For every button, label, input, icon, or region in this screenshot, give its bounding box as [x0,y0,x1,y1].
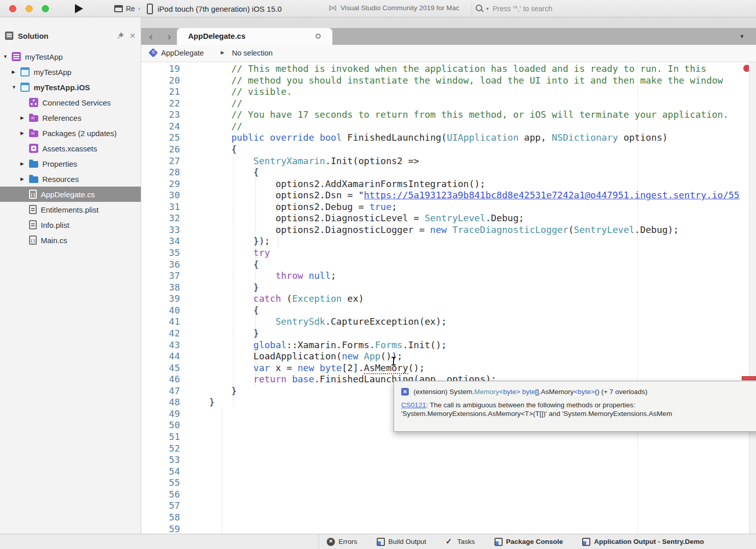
scrollbar-error-marker[interactable] [742,376,756,380]
line-number: 57 [141,500,180,512]
code-line: 20 // method you should instantiate the … [141,75,756,87]
line-number: 44 [141,351,180,362]
line-code: try [187,247,270,259]
tree-item[interactable]: AppDelegate.cs [0,187,141,202]
search-icon [475,4,484,13]
minimize-window-button[interactable] [25,5,33,12]
line-number: 50 [141,420,180,431]
line-code: } [187,282,259,294]
code-line: 52 [141,443,756,455]
tree-item-icon [20,83,30,92]
line-code: } [187,328,259,339]
expander-arrow-icon[interactable]: ▶ [20,161,29,166]
expander-arrow-icon[interactable]: ▶ [20,130,29,136]
pad-button[interactable]: Errors [327,538,357,546]
tree-item-icon [20,67,30,76]
tab-list-dropdown[interactable]: ▼ [739,28,745,45]
line-code: // You have 17 seconds to return from th… [187,109,728,121]
device-selector[interactable]: iPod touch (7th generation) iOS 15.0 [147,3,282,15]
tab-modified-indicator [316,34,321,39]
line-code: SentryXamarin.Init(options2 => [187,155,419,167]
tree-item-label: Entitlements.plist [41,205,98,214]
tree-item-icon [29,130,38,137]
tab-strip: ‹ › AppDelegate.cs ▼ [141,17,756,45]
line-code: options2.AddXamarinFormsIntegration(); [187,178,485,190]
code-line: 44 LoadApplication(new App()); [141,351,756,362]
line-number: 46 [141,374,180,385]
device-label: iPod touch (7th generation) iOS 15.0 [158,5,282,13]
line-number: 20 [141,75,180,87]
tree-item[interactable]: Assets.xcassets [0,141,141,156]
code-line: 55 [141,477,756,489]
close-icon[interactable]: ✕ [129,32,136,40]
tree-item[interactable]: ▶ Properties [0,156,141,171]
line-number: 23 [141,109,180,121]
code-line: 37 throw null; [141,270,756,282]
line-number: 36 [141,259,180,271]
navigate-back-button[interactable]: ‹ [143,28,159,45]
maximize-window-button[interactable] [42,5,49,12]
tree-item[interactable]: ▶ myTestApp [0,64,141,80]
tree-item-icon [29,115,38,122]
line-code: options2.Dsn = "https://5a193123a9b841bc… [187,190,740,201]
pad-button[interactable]: Tasks [446,538,475,546]
build-configuration-selector[interactable]: Re › [114,3,140,14]
code-line: 58 [141,512,756,524]
line-number: 55 [141,477,180,489]
pad-button[interactable]: Build Output [377,538,426,546]
line-number: 19 [141,63,180,75]
tree-item-label: References [42,114,82,122]
tree-item[interactable]: Connected Services [0,95,141,110]
close-window-button[interactable] [9,5,16,12]
tree-item-icon [12,52,21,61]
code-line: 41 SentrySdk.CaptureException(ex); [141,316,756,328]
line-number: 41 [141,316,180,328]
tree-item-label: AppDelegate.cs [41,190,95,199]
chevron-right-icon: › [138,5,140,12]
breadcrumb-selection[interactable]: No selection [232,49,273,57]
expander-arrow-icon[interactable]: ▼ [3,54,12,59]
pad-button[interactable]: Application Output - Sentry.Demo [582,538,704,546]
expander-arrow-icon[interactable]: ▶ [20,176,29,181]
solution-pad: Solution ✕ ▼ myTestApp ▶ myTestApp ▼ myT… [0,17,141,534]
breadcrumb: AppDelegate ▶ No selection [141,45,756,62]
statusbar-items: Errors Build Output Tasks Package Consol… [327,534,704,549]
divider [319,534,319,549]
pin-icon[interactable] [116,32,124,40]
line-number: 32 [141,213,180,224]
tree-item[interactable]: ▼ myTestApp [0,49,141,64]
tree-item-icon [29,161,38,168]
tree-item[interactable]: Info.plist [0,217,141,232]
tree-item-label: Packages (2 updates) [42,129,117,138]
tooltip-signature-row: ✕ (extension) System.Memory<byte> byte[]… [401,388,753,396]
tree-item[interactable]: ▼ myTestApp.iOS [0,80,141,95]
code-line: 31 options2.Debug = true; [141,201,756,213]
expander-arrow-icon[interactable]: ▶ [20,115,29,120]
editor-scrollbar[interactable] [749,62,756,534]
tree-item-icon [29,190,37,199]
code-line: 28 { [141,167,756,178]
code-editor[interactable]: 19 // This method is invoked when the ap… [141,62,756,534]
tree-item[interactable]: Entitlements.plist [0,202,141,217]
app-title: Visual Studio Community 2019 for Mac [341,4,459,12]
run-button[interactable] [75,4,83,13]
pad-button-icon [582,538,590,546]
expander-arrow-icon[interactable]: ▼ [12,85,20,90]
tree-item[interactable]: ▶ References [0,110,141,125]
breadcrumb-class[interactable]: AppDelegate [161,49,204,57]
tree-item[interactable]: Main.cs [0,232,141,248]
code-line: 33 options2.DiagnosticLogger = new Trace… [141,224,756,236]
pad-button[interactable]: Package Console [494,538,563,546]
line-code: options2.DiagnosticLevel = SentryLevel.D… [187,213,524,224]
tree-item[interactable]: ▶ Resources [0,171,141,187]
visual-studio-logo-icon: ⋈ [328,4,337,12]
expander-arrow-icon[interactable]: ▶ [12,69,20,74]
tab-appdelegate[interactable]: AppDelegate.cs [177,28,332,45]
line-code: // [187,121,242,133]
divider [472,2,472,15]
vs-mac-window: Re › iPod touch (7th generation) iOS 15.… [0,0,756,549]
navigate-forward-button[interactable]: › [162,28,177,45]
search-input[interactable]: ▾ Press '^,' to search [475,3,750,15]
line-number: 27 [141,155,180,167]
tree-item[interactable]: ▶ Packages (2 updates) [0,125,141,141]
